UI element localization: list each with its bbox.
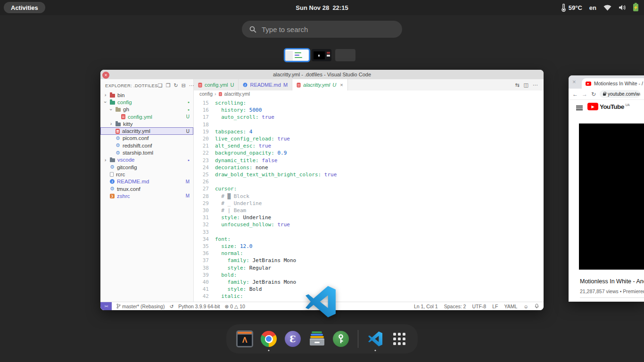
code-line[interactable]: 15scrolling: xyxy=(194,99,544,107)
refresh-icon[interactable]: ↻ xyxy=(174,82,178,89)
open-changes-icon[interactable]: ⇆ xyxy=(515,82,519,88)
dock-item-app-grid[interactable] xyxy=(390,330,408,348)
youtube-logo[interactable]: ▶ YouTube UA xyxy=(587,103,630,110)
code-line[interactable]: 24decorations: none xyxy=(194,164,544,171)
clock[interactable]: Sun Nov 28 22:15 xyxy=(296,0,348,15)
code-line[interactable]: 22background_opacity: 0.9 xyxy=(194,149,544,156)
code-line[interactable]: 21alt_send_esc: true xyxy=(194,142,544,149)
code-line[interactable]: 39 bold: xyxy=(194,272,544,279)
tree-item-kitty[interactable]: ›kitty xyxy=(100,120,193,127)
problems-item[interactable]: ⊗ 0 △ 10 xyxy=(224,304,245,309)
chrome-window[interactable]: × ▶ Motionless In White - / ← → ↻ youtub… xyxy=(569,75,644,302)
dock-item-emacs[interactable]: Ɛ xyxy=(284,330,302,348)
tree-item-zshrc[interactable]: ❯zshrcM xyxy=(100,192,193,199)
bell-icon[interactable] xyxy=(535,304,539,309)
new-file-icon[interactable]: ❏ xyxy=(158,82,163,89)
code-line[interactable]: 32 unfocused_hollow: true xyxy=(194,221,544,228)
code-line[interactable]: 18 xyxy=(194,121,544,128)
code-line[interactable]: 34font: xyxy=(194,236,544,243)
collapse-folders-icon[interactable]: ⊟ xyxy=(182,82,186,89)
code-line[interactable]: 25draw_bold_text_with_bright_colors: tru… xyxy=(194,171,544,178)
close-tab-icon[interactable]: × xyxy=(340,82,343,88)
breadcrumb-file[interactable]: alacritty.yml xyxy=(224,91,250,97)
menu-icon[interactable] xyxy=(576,106,583,110)
git-branch-item[interactable]: master* (Rebasing) xyxy=(116,304,165,309)
dock-item-vscode[interactable] xyxy=(366,330,384,348)
language-mode[interactable]: YAML xyxy=(504,304,517,309)
keyboard-layout[interactable]: en xyxy=(589,4,596,11)
code-line[interactable]: 41 style: Bold xyxy=(194,286,544,293)
eol-sequence[interactable]: LF xyxy=(492,304,498,309)
new-folder-icon[interactable]: ❐ xyxy=(166,82,171,89)
feedback-icon[interactable]: ☺ xyxy=(523,304,528,309)
tree-item-config.yml[interactable]: config.ymlU xyxy=(100,113,193,120)
code-line[interactable]: 31 style: Underline xyxy=(194,214,544,221)
tree-item-bin[interactable]: ›bin xyxy=(100,91,193,99)
tab-readme-md[interactable]: i README.md M xyxy=(239,79,292,90)
cursor-position[interactable]: Ln 1, Col 1 xyxy=(414,304,438,309)
breadcrumb[interactable]: config › alacritty.yml xyxy=(194,90,544,97)
tree-item-gitconfig[interactable]: ⚙gitconfig xyxy=(100,164,193,171)
workspace-thumbnail-youtube[interactable] xyxy=(312,49,331,61)
tree-item-picom.conf[interactable]: ⚙picom.conf xyxy=(100,135,193,142)
workspace-thumbnail-vscode[interactable] xyxy=(284,48,310,62)
breadcrumb-folder[interactable]: config xyxy=(199,91,213,97)
close-window-button[interactable]: × xyxy=(102,72,109,79)
code-line[interactable]: 33 xyxy=(194,229,544,236)
code-line[interactable]: 40 family: JetBrains Mono xyxy=(194,279,544,286)
tree-item-redshift.conf[interactable]: ⚙redshift.conf xyxy=(100,142,193,149)
close-window-button[interactable]: × xyxy=(572,78,576,85)
video-player[interactable] xyxy=(579,123,644,270)
code-line[interactable]: 35 size: 12.0 xyxy=(194,243,544,250)
code-line[interactable]: 23dynamic_title: false xyxy=(194,157,544,164)
activities-button[interactable]: Activities xyxy=(4,2,45,13)
python-interpreter[interactable]: Python 3.9.9 64-bit xyxy=(178,304,220,309)
tab-config-yml[interactable]: config.yml U xyxy=(194,79,239,90)
encoding[interactable]: UTF-8 xyxy=(472,304,486,309)
tree-item-vscode[interactable]: ›vscode● xyxy=(100,156,193,164)
tree-item-starship.toml[interactable]: ⚙starship.toml xyxy=(100,149,193,156)
code-line[interactable]: 38 style: Regular xyxy=(194,264,544,272)
dock-item-chrome[interactable] xyxy=(260,330,278,348)
indentation[interactable]: Spaces: 2 xyxy=(444,304,466,309)
code-line[interactable]: 20live_config_reload: true xyxy=(194,135,544,142)
remote-indicator[interactable]: >< xyxy=(100,302,112,310)
line-number: 31 xyxy=(194,214,209,221)
code-editor[interactable]: 15scrolling:16 history: 500017 auto_scro… xyxy=(194,97,544,302)
code-line[interactable]: 36 normal: xyxy=(194,250,544,257)
system-tray[interactable]: 59°C en ⚡ xyxy=(561,0,638,15)
tree-item-alacritty.yml[interactable]: alacritty.ymlU xyxy=(100,127,193,134)
back-icon[interactable]: ← xyxy=(572,91,578,98)
code-line[interactable]: 17 auto_scroll: true xyxy=(194,114,544,121)
tree-item-config[interactable]: ›config● xyxy=(100,99,193,106)
sync-icon[interactable]: ↺ xyxy=(169,304,173,309)
more-actions-icon[interactable]: ⋯ xyxy=(533,82,538,88)
workspace-thumbnail-empty[interactable] xyxy=(335,49,355,61)
search-bar[interactable]: Type to search xyxy=(242,21,402,38)
code-line[interactable]: 42 italic: xyxy=(194,293,544,300)
address-bar[interactable]: youtube.com/wa xyxy=(600,90,640,98)
volume-icon xyxy=(619,4,626,11)
browser-tab[interactable]: ▶ Motionless In White - / xyxy=(582,78,644,89)
code-line[interactable]: 26 xyxy=(194,178,544,185)
dock-item-files[interactable] xyxy=(308,330,326,348)
tab-alacritty-yml[interactable]: alacritty.yml U × xyxy=(292,79,348,90)
code-line[interactable]: 29 # _ Underline xyxy=(194,200,544,207)
reload-icon[interactable]: ↻ xyxy=(591,91,596,98)
code-line[interactable]: 19tabspaces: 4 xyxy=(194,128,544,135)
code-line[interactable]: 27cursor: xyxy=(194,185,544,192)
dock-item-alacritty[interactable]: Λ xyxy=(236,330,254,348)
tree-item-rcrc[interactable]: rcrc xyxy=(100,171,193,178)
split-editor-icon[interactable]: ◫ xyxy=(524,82,528,88)
vscode-window[interactable]: × alacritty.yml - .dotfiles - Visual Stu… xyxy=(100,70,544,310)
code-line[interactable]: 37 family: JetBrains Mono xyxy=(194,257,544,264)
line-number: 32 xyxy=(194,221,209,228)
tree-item-README.md[interactable]: iREADME.mdM xyxy=(100,178,193,185)
code-line[interactable]: 30 # | Beam xyxy=(194,207,544,214)
forward-icon[interactable]: → xyxy=(582,91,587,98)
tree-item-tmux.conf[interactable]: ⚙tmux.conf xyxy=(100,185,193,192)
code-line[interactable]: 28 # █ Block xyxy=(194,193,544,200)
tree-item-gh[interactable]: ›gh● xyxy=(100,106,193,113)
code-line[interactable]: 16 history: 5000 xyxy=(194,107,544,114)
dock-item-keepassxc[interactable] xyxy=(332,330,350,348)
